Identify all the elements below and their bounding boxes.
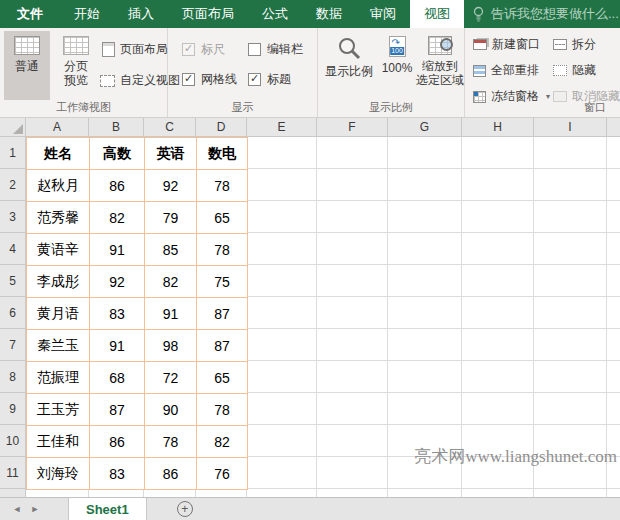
page-break-label: 分页预览 xyxy=(64,59,88,87)
table-row: 赵秋月869278 xyxy=(27,170,248,202)
column-header-g[interactable]: G xyxy=(388,118,462,137)
hide-button[interactable]: 隐藏 xyxy=(553,62,596,79)
column-header-h[interactable]: H xyxy=(462,118,534,137)
tab-formulas[interactable]: 公式 xyxy=(248,0,302,28)
sheet-tab-sheet1[interactable]: Sheet1 xyxy=(68,498,147,520)
student-score-table: 姓名 高数 英语 数电 赵秋月869278 范秀馨827965 黄语辛91857… xyxy=(26,137,248,490)
arrange-all-button[interactable]: 全部重排 xyxy=(473,62,539,79)
select-all-triangle-icon xyxy=(13,124,23,134)
tab-page-layout[interactable]: 页面布局 xyxy=(168,0,248,28)
group-label-window: 窗口 xyxy=(465,100,620,115)
normal-label: 普通 xyxy=(15,59,39,73)
table-row: 范秀馨827965 xyxy=(27,202,248,234)
row-header-6[interactable]: 6 xyxy=(0,297,26,329)
row-header-11[interactable]: 11 xyxy=(0,457,26,489)
column-header-b[interactable]: B xyxy=(89,118,144,137)
group-zoom: 显示比例 ↷ 100 100% 缩放到选定区域 显示比例 xyxy=(318,28,465,117)
arrange-all-label: 全部重排 xyxy=(491,62,539,79)
prev-sheet-arrow-icon[interactable]: ◄ xyxy=(8,498,26,520)
page-break-preview-button[interactable]: 分页预览 xyxy=(52,31,100,100)
zoom-magnifier-icon xyxy=(336,36,362,60)
split-button[interactable]: 拆分 xyxy=(553,36,596,53)
gridlines-label: 网格线 xyxy=(201,71,237,88)
row-header-9[interactable]: 9 xyxy=(0,393,26,425)
group-window: 新建窗口 全部重排 冻结窗格 ▾ 拆分 隐藏 取消隐藏 窗口 xyxy=(465,28,620,117)
headings-checkbox-box xyxy=(248,73,261,86)
column-header-i[interactable]: I xyxy=(534,118,607,137)
formula-bar-label: 编辑栏 xyxy=(267,41,303,58)
formula-bar-checkbox[interactable]: 编辑栏 xyxy=(248,41,303,58)
table-row: 黄月语839187 xyxy=(27,298,248,330)
zoom-100-button[interactable]: ↷ 100 100% xyxy=(378,31,416,100)
table-row: 王玉芳879078 xyxy=(27,394,248,426)
row-header-5[interactable]: 5 xyxy=(0,265,26,297)
normal-view-button[interactable]: 普通 xyxy=(4,31,50,100)
tab-insert[interactable]: 插入 xyxy=(114,0,168,28)
tab-home[interactable]: 开始 xyxy=(60,0,114,28)
row-header-10[interactable]: 10 xyxy=(0,425,26,457)
site-watermark: 亮术网www.liangshunet.com xyxy=(414,445,617,468)
column-header-f[interactable]: F xyxy=(317,118,388,137)
row-header-4[interactable]: 4 xyxy=(0,233,26,265)
page-layout-view-button[interactable]: 页面布局 xyxy=(102,41,168,58)
zoom-to-selection-icon xyxy=(428,36,452,55)
add-sheet-button[interactable]: + xyxy=(177,501,193,517)
zoom-100-icon: ↷ 100 xyxy=(389,36,406,57)
header-cell-math[interactable]: 高数 xyxy=(90,138,145,170)
ribbon: 普通 分页预览 页面布局 自定义视图 工作簿视图 标尺 编辑栏 网格线 xyxy=(0,28,620,118)
page-layout-icon xyxy=(102,42,115,57)
normal-grid-icon xyxy=(14,36,40,55)
header-cell-english[interactable]: 英语 xyxy=(145,138,197,170)
column-header-d[interactable]: D xyxy=(196,118,247,137)
column-header-partial xyxy=(607,118,620,137)
arrange-all-icon xyxy=(473,65,486,77)
header-cell-name[interactable]: 姓名 xyxy=(27,138,90,170)
gridlines-checkbox-box xyxy=(182,73,195,86)
table-row: 黄语辛918578 xyxy=(27,234,248,266)
table-row: 王佳和867882 xyxy=(27,426,248,458)
row-header-8[interactable]: 8 xyxy=(0,361,26,393)
column-header-e[interactable]: E xyxy=(247,118,317,137)
tab-data[interactable]: 数据 xyxy=(302,0,356,28)
zoom-button[interactable]: 显示比例 xyxy=(320,31,378,100)
new-window-icon xyxy=(473,39,487,50)
zoom-to-selection-button[interactable]: 缩放到选定区域 xyxy=(415,31,465,100)
column-header-a[interactable]: A xyxy=(26,118,89,137)
worksheet-grid: A B C D E F G H I 1 2 3 4 5 6 7 8 9 10 1… xyxy=(0,118,620,497)
column-header-c[interactable]: C xyxy=(144,118,196,137)
zoom-label: 显示比例 xyxy=(325,64,373,78)
table-row: 范振理687265 xyxy=(27,362,248,394)
hide-label: 隐藏 xyxy=(572,62,596,79)
row-header-7[interactable]: 7 xyxy=(0,329,26,361)
zoom-to-selection-label: 缩放到选定区域 xyxy=(416,59,464,87)
headings-checkbox[interactable]: 标题 xyxy=(248,71,291,88)
new-window-button[interactable]: 新建窗口 xyxy=(473,36,540,53)
tab-review[interactable]: 审阅 xyxy=(356,0,410,28)
grid-row-partial xyxy=(0,489,620,497)
tab-file[interactable]: 文件 xyxy=(0,0,60,28)
row-header-2[interactable]: 2 xyxy=(0,169,26,201)
ruler-checkbox[interactable]: 标尺 xyxy=(182,41,225,58)
sheet-tab-bar: ◄ ► Sheet1 + xyxy=(0,497,620,520)
formula-bar-checkbox-box xyxy=(248,43,261,56)
select-all-corner[interactable] xyxy=(0,118,26,137)
page-layout-label: 页面布局 xyxy=(120,41,168,58)
next-sheet-arrow-icon[interactable]: ► xyxy=(26,498,44,520)
tab-view[interactable]: 视图 xyxy=(410,0,464,28)
row-header-3[interactable]: 3 xyxy=(0,201,26,233)
zoom-100-label: 100% xyxy=(382,61,413,75)
header-cell-digital[interactable]: 数电 xyxy=(197,138,248,170)
group-label-workbook-views: 工作簿视图 xyxy=(0,100,167,115)
gridlines-checkbox[interactable]: 网格线 xyxy=(182,71,237,88)
row-header-1[interactable]: 1 xyxy=(0,137,26,169)
table-row: 秦兰玉919887 xyxy=(27,330,248,362)
hide-icon xyxy=(553,65,567,76)
column-headers: A B C D E F G H I xyxy=(0,118,620,137)
table-row: 刘海玲838676 xyxy=(27,458,248,490)
lightbulb-icon xyxy=(472,6,485,22)
page-break-grid-icon xyxy=(63,36,89,55)
custom-views-icon xyxy=(100,75,115,87)
tell-me-label: 告诉我您想要做什么... xyxy=(491,5,619,23)
tell-me-box[interactable]: 告诉我您想要做什么... xyxy=(464,0,619,28)
group-label-show: 显示 xyxy=(168,100,317,115)
